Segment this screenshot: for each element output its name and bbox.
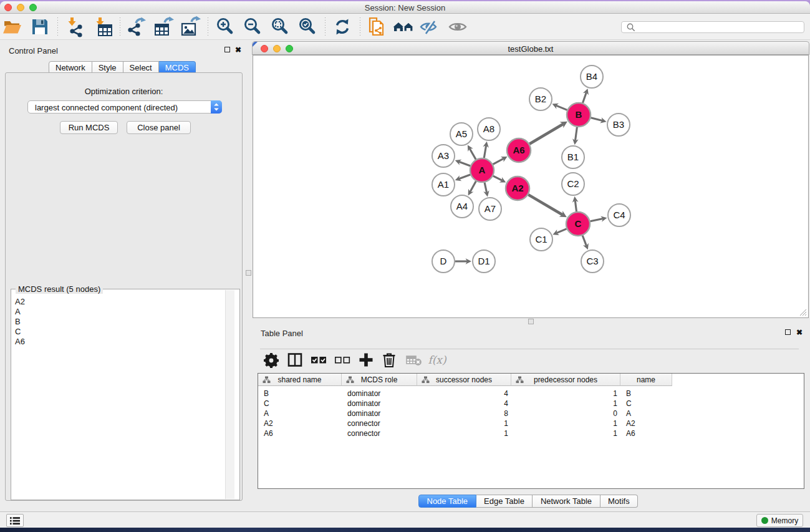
table-row[interactable]: Adominator80A [258, 409, 804, 418]
graph-node-B[interactable]: B [567, 103, 591, 127]
mcds-result-item[interactable]: C [12, 327, 25, 337]
graph-node-B2[interactable]: B2 [529, 88, 552, 110]
criterion-dropdown[interactable]: largest connected component (directed) [27, 100, 222, 114]
close-panel-icon[interactable]: ✖ [235, 46, 241, 54]
node-table[interactable]: shared nameMCDS rolesuccessor nodesprede… [258, 373, 804, 489]
graph-node-A7[interactable]: A7 [479, 198, 501, 220]
graph-node-C[interactable]: C [566, 212, 590, 236]
edge-C-C2[interactable] [575, 200, 576, 211]
edge-C-C1[interactable] [557, 229, 567, 233]
status-list-button[interactable] [6, 514, 24, 527]
export-image-button[interactable] [179, 16, 201, 38]
graph-node-D[interactable]: D [432, 250, 455, 273]
graph-node-A2[interactable]: A2 [506, 177, 529, 200]
table-tab-edge-table[interactable]: Edge Table [476, 495, 533, 508]
memory-button[interactable]: Memory [756, 514, 803, 527]
column-header-shared-name[interactable]: shared name [258, 374, 342, 386]
mcds-result-item[interactable]: A [12, 307, 25, 317]
table-tab-network-table[interactable]: Network Table [533, 495, 600, 508]
graph-node-A[interactable]: A [470, 158, 494, 182]
graph-node-A1[interactable]: A1 [432, 173, 455, 196]
table-close-icon[interactable]: ✖ [796, 328, 803, 337]
column-header-mcds-role[interactable]: MCDS role [342, 374, 417, 386]
search-input[interactable] [639, 22, 804, 32]
edge-A-A7[interactable] [485, 183, 486, 193]
resize-grip-icon[interactable] [799, 308, 807, 316]
save-session-button[interactable] [29, 16, 51, 38]
table-options-button[interactable] [262, 351, 281, 369]
edge-A2-C[interactable] [528, 195, 562, 215]
split-divider-handle[interactable] [246, 270, 251, 276]
column-header-name[interactable]: name [620, 374, 672, 386]
graph-node-A5[interactable]: A5 [450, 123, 473, 145]
result-list-scrollbar[interactable] [225, 290, 234, 499]
mcds-result-item[interactable]: B [12, 317, 25, 327]
graph-node-D1[interactable]: D1 [473, 250, 495, 273]
edge-B-B3[interactable] [591, 118, 602, 121]
delete-table-button[interactable] [405, 351, 423, 369]
graph-node-B4[interactable]: B4 [581, 65, 603, 88]
edge-A-A2[interactable] [493, 176, 503, 180]
select-all-button[interactable] [309, 351, 328, 369]
graph-node-A4[interactable]: A4 [451, 195, 473, 218]
table-row[interactable]: Bdominator41B [258, 389, 804, 399]
add-column-button[interactable] [357, 351, 375, 369]
graph-node-B1[interactable]: B1 [562, 146, 584, 168]
edge-A-A6[interactable] [493, 158, 504, 164]
graph-node-B3[interactable]: B3 [607, 114, 630, 136]
import-network-button[interactable] [64, 16, 86, 38]
edge-B-B2[interactable] [556, 105, 567, 110]
graph-node-C1[interactable]: C1 [530, 228, 552, 251]
show-details-button[interactable] [446, 16, 469, 38]
edge-A-A1[interactable] [459, 175, 470, 179]
deselect-all-button[interactable] [333, 351, 352, 369]
table-row[interactable]: A2connector11A2 [258, 418, 804, 428]
float-panel-icon[interactable] [224, 47, 230, 52]
table-float-icon[interactable] [785, 329, 791, 335]
clone-network-button[interactable] [365, 16, 387, 38]
export-table-button[interactable] [152, 16, 175, 38]
network-canvas[interactable]: B4B2BB3A8A5A6A3B1AA1C2A2A4A7C4CC1C3DD1 [253, 55, 809, 318]
graph-node-A3[interactable]: A3 [432, 145, 455, 167]
graph-node-C3[interactable]: C3 [581, 250, 604, 273]
close-panel-button[interactable]: Close panel [127, 121, 191, 134]
table-tab-motifs[interactable]: Motifs [600, 495, 639, 508]
graph-node-C2[interactable]: C2 [562, 173, 584, 195]
edge-A-A8[interactable] [484, 145, 486, 158]
zoom-out-button[interactable] [241, 16, 264, 38]
edge-C-C4[interactable] [591, 219, 603, 221]
zoom-in-button[interactable] [214, 16, 236, 38]
edge-C-C3[interactable] [582, 236, 586, 246]
edge-A-A5[interactable] [470, 148, 476, 159]
edge-A-A4[interactable] [470, 181, 476, 192]
zoom-selected-button[interactable] [296, 16, 319, 38]
edge-A-A3[interactable] [459, 162, 470, 166]
apply-layout-button[interactable] [331, 16, 354, 38]
import-table-button[interactable] [92, 16, 114, 38]
column-header-predecessor-nodes[interactable]: predecessor nodes [511, 374, 620, 386]
open-session-button[interactable] [1, 16, 24, 38]
function-builder-button[interactable]: f(x) [428, 351, 446, 369]
network-window-titlebar[interactable]: testGlobe.txt [252, 41, 809, 55]
table-row[interactable]: A6connector11A6 [258, 428, 804, 438]
show-columns-button[interactable] [286, 351, 304, 369]
edge-A6-B[interactable] [529, 124, 563, 144]
window-titlebar[interactable]: Session: New Session [0, 1, 810, 14]
run-mcds-button[interactable]: Run MCDS [60, 121, 118, 134]
hide-details-button[interactable] [418, 16, 440, 38]
mcds-result-item[interactable]: A6 [12, 337, 25, 347]
delete-column-button[interactable] [380, 351, 398, 369]
table-row[interactable]: Cdominator41C [258, 399, 804, 409]
graph-node-C4[interactable]: C4 [608, 204, 630, 226]
first-neighbors-button[interactable] [392, 16, 415, 38]
column-header-successor-nodes[interactable]: successor nodes [417, 374, 511, 386]
export-network-button[interactable] [125, 16, 148, 38]
graph-node-A8[interactable]: A8 [478, 118, 500, 140]
edge-B-B4[interactable] [583, 92, 587, 103]
edge-B-B1[interactable] [575, 127, 577, 141]
zoom-fit-button[interactable] [269, 16, 291, 38]
graph-node-A6[interactable]: A6 [507, 138, 531, 162]
table-tab-node-table[interactable]: Node Table [418, 495, 476, 508]
mcds-result-item[interactable]: A2 [12, 297, 25, 307]
network-canvas-svg[interactable]: B4B2BB3A8A5A6A3B1AA1C2A2A4A7C4CC1C3DD1 [253, 56, 808, 317]
